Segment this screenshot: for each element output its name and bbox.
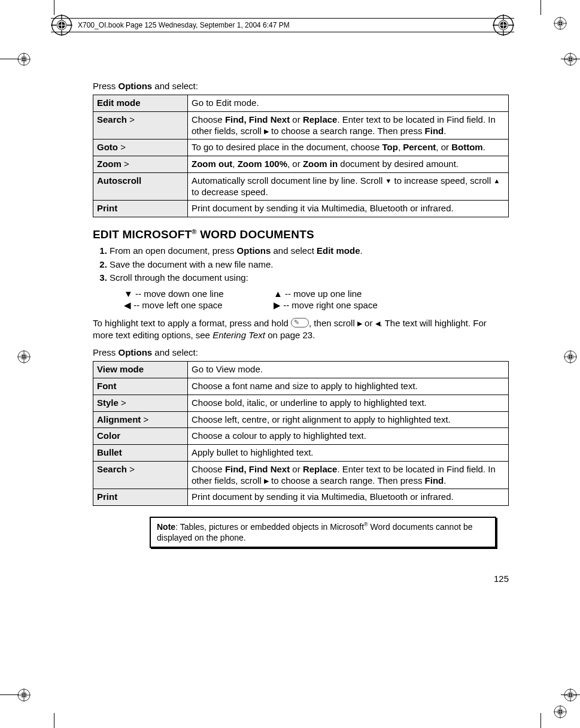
registration-mark-icon <box>17 350 31 363</box>
option-value: Choose Find, Find Next or Replace. Enter… <box>188 461 509 489</box>
option-key: Goto > <box>93 139 188 156</box>
pen-key-icon <box>291 318 309 327</box>
option-value: Choose bold, italic, or underline to app… <box>188 395 509 411</box>
registration-mark-icon <box>493 14 514 36</box>
registration-mark-icon <box>554 705 567 718</box>
list-item: From an open document, press Options and… <box>110 245 509 257</box>
list-item: Scroll through the document using: <box>110 272 509 284</box>
option-value: Apply bullet to highlighted text. <box>188 445 509 462</box>
table-row: Zoom >Zoom out, Zoom 100%, or Zoom in do… <box>93 156 509 173</box>
registration-mark-icon <box>564 53 577 66</box>
options-table-2: View modeGo to View mode.FontChoose a fo… <box>93 361 509 506</box>
steps-list: From an open document, press Options and… <box>93 245 509 284</box>
option-value: Choose a colour to apply to highlighted … <box>188 428 509 445</box>
table-row: Search >Choose Find, Find Next or Replac… <box>93 461 509 489</box>
registration-mark-icon <box>17 53 31 66</box>
options-table-1: Edit modeGo to Edit mode.Search >Choose … <box>93 95 509 217</box>
list-item: Save the document with a new file name. <box>110 259 509 271</box>
table-row: ColorChoose a colour to apply to highlig… <box>93 428 509 445</box>
arrow-icon: ▲ <box>493 178 500 184</box>
option-value: Go to View mode. <box>188 362 509 378</box>
move-right: ▶ -- move right one space <box>274 300 429 311</box>
page-number: 125 <box>494 574 509 584</box>
option-key: Color <box>93 428 188 445</box>
registration-mark-icon <box>554 17 567 30</box>
option-key: Bullet <box>93 445 188 462</box>
section-heading: EDIT MICROSOFT® WORD DOCUMENTS <box>93 228 509 241</box>
note-box: Note: Tables, pictures or embedded objec… <box>150 517 496 548</box>
option-value: To go to desired place in the document, … <box>188 139 509 156</box>
registration-mark-icon <box>564 350 577 363</box>
page-header: X700_OI.book Page 125 Wednesday, Septemb… <box>51 18 514 32</box>
table-row: Search >Choose Find, Find Next or Replac… <box>93 111 509 139</box>
option-value: Choose Find, Find Next or Replace. Enter… <box>188 111 509 139</box>
registration-mark-icon <box>564 688 577 702</box>
option-key: Search > <box>93 111 188 139</box>
registration-mark-icon <box>17 688 31 702</box>
option-key: Alignment > <box>93 411 188 428</box>
table-row: PrintPrint document by sending it via Mu… <box>93 201 509 217</box>
option-key: Print <box>93 201 188 217</box>
option-key: Edit mode <box>93 95 188 112</box>
intro-line-2: Press Options and select: <box>93 347 509 357</box>
arrow-icon: ▼ <box>385 178 391 184</box>
right-arrow-icon: ▶ <box>357 320 362 327</box>
option-key: Print <box>93 489 188 506</box>
arrow-icon: ▶ <box>264 478 269 484</box>
table-row: Goto >To go to desired place in the docu… <box>93 139 509 156</box>
option-value: Go to Edit mode. <box>188 95 509 112</box>
table-row: View modeGo to View mode. <box>93 362 509 378</box>
document-body: Press Options and select: Edit modeGo to… <box>93 81 509 548</box>
scroll-moves-grid: ▼ -- move down one line ▲ -- move up one… <box>124 289 509 311</box>
highlight-paragraph: To highlight text to apply a format, pre… <box>93 317 509 342</box>
option-value: Zoom out, Zoom 100%, or Zoom in document… <box>188 156 509 173</box>
option-value: Print document by sending it via Multime… <box>188 489 509 506</box>
table-row: PrintPrint document by sending it via Mu… <box>93 489 509 506</box>
table-row: Edit modeGo to Edit mode. <box>93 95 509 112</box>
option-key: Search > <box>93 461 188 489</box>
option-key: Font <box>93 378 188 395</box>
intro-line-1: Press Options and select: <box>93 81 509 91</box>
option-value: Choose a font name and size to apply to … <box>188 378 509 395</box>
option-key: View mode <box>93 362 188 378</box>
header-text: X700_OI.book Page 125 Wednesday, Septemb… <box>78 21 290 29</box>
table-row: Alignment >Choose left, centre, or right… <box>93 411 509 428</box>
option-value: Print document by sending it via Multime… <box>188 201 509 217</box>
option-value: Choose left, centre, or right alignment … <box>188 411 509 428</box>
option-key: Style > <box>93 395 188 411</box>
table-row: Style >Choose bold, italic, or underline… <box>93 395 509 411</box>
arrow-icon: ▶ <box>264 128 269 135</box>
option-value: Automatically scroll document line by li… <box>188 172 509 201</box>
left-arrow-icon: ◀ <box>375 320 380 327</box>
option-key: Zoom > <box>93 156 188 173</box>
option-key: Autoscroll <box>93 172 188 201</box>
move-down: ▼ -- move down one line <box>124 289 274 299</box>
table-row: BulletApply bullet to highlighted text. <box>93 445 509 462</box>
table-row: AutoscrollAutomatically scroll document … <box>93 172 509 201</box>
move-up: ▲ -- move up one line <box>274 289 429 299</box>
table-row: FontChoose a font name and size to apply… <box>93 378 509 395</box>
move-left: ◀ -- move left one space <box>124 300 274 311</box>
